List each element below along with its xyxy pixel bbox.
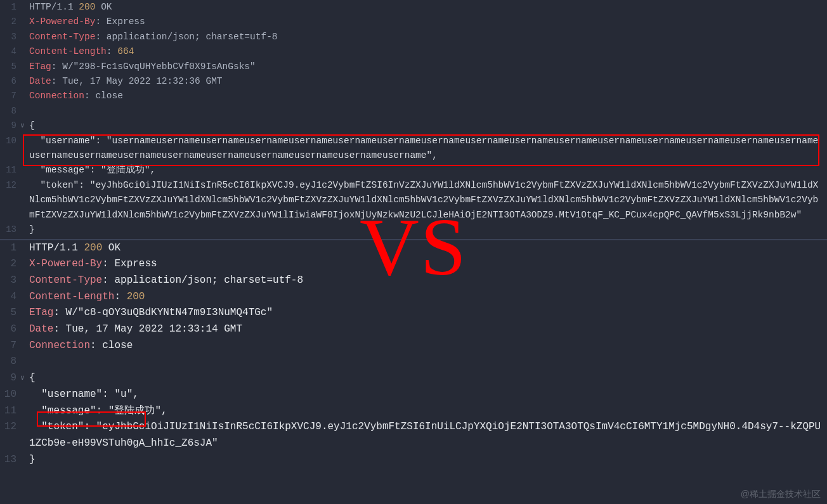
code-content: ETag: W/"c8-qOY3uQBdKYNtN47m9I3NuMQ4TGc" (29, 305, 827, 321)
fold-chevron-icon[interactable]: ∨ (20, 370, 29, 387)
code-line: 12 "token": "eyJhbGciOiJIUzI1NiIsInR5cCI… (0, 419, 827, 451)
line-number: 10 (0, 387, 20, 403)
line-number: 13 (0, 452, 20, 468)
line-number: 9 (0, 370, 20, 387)
code-content: "message": "登陆成功", (29, 403, 827, 420)
line-number: 3 (0, 30, 20, 44)
code-line: 7Connection: close (0, 338, 827, 354)
code-line: 1HTTP/1.1 200 OK (0, 0, 827, 15)
line-number: 2 (0, 256, 20, 273)
code-line: 5ETag: W/"c8-qOY3uQBdKYNtN47m9I3NuMQ4TGc… (0, 305, 827, 321)
line-number: 8 (0, 354, 20, 370)
code-content: Connection: close (29, 338, 827, 354)
line-number: 13 (0, 223, 20, 237)
line-number: 4 (0, 44, 20, 59)
code-content: Date: Tue, 17 May 2022 12:33:14 GMT (29, 321, 827, 338)
watermark: @稀土掘金技术社区 (741, 489, 821, 500)
code-content: Content-Length: 664 (29, 44, 827, 59)
code-content: Date: Tue, 17 May 2022 12:32:36 GMT (29, 74, 827, 89)
code-line: 7Connection: close (0, 89, 827, 103)
code-line: 8 (0, 354, 827, 370)
code-content: Connection: close (29, 89, 827, 103)
line-number: 4 (0, 289, 20, 306)
code-content: { (29, 119, 827, 133)
code-line: 3Content-Type: application/json; charset… (0, 30, 827, 44)
code-line: 5ETag: W/"298-Fc1sGvqUHYebbCVf0X9IsAnGsk… (0, 60, 827, 74)
line-number: 1 (0, 0, 20, 15)
code-line: 9∨{ (0, 370, 827, 387)
code-content: ETag: W/"298-Fc1sGvqUHYebbCVf0X9IsAnGsks… (29, 60, 827, 74)
line-number: 11 (0, 163, 20, 178)
code-line: 4Content-Length: 664 (0, 44, 827, 59)
line-number: 2 (0, 15, 20, 29)
code-content: HTTP/1.1 200 OK (29, 0, 827, 15)
code-content: "username": "usernameusernameusernameuse… (29, 134, 827, 164)
code-content: "username": "u", (29, 387, 827, 403)
code-content: X-Powered-By: Express (29, 15, 827, 29)
line-number: 10 (0, 134, 20, 148)
line-number: 1 (0, 240, 20, 257)
code-content: "token": "eyJhbGciOiJIUzI1NiIsInR5cCI6Ik… (29, 419, 827, 451)
line-number: 12 (0, 178, 20, 193)
fold-chevron-icon[interactable]: ∨ (20, 119, 29, 133)
line-number: 9 (0, 119, 20, 133)
code-line: 11 "message": "登陆成功", (0, 163, 827, 178)
line-number: 5 (0, 305, 20, 321)
line-number: 6 (0, 321, 20, 338)
code-line: 6Date: Tue, 17 May 2022 12:32:36 GMT (0, 74, 827, 89)
code-line: 8 (0, 104, 827, 119)
line-number: 12 (0, 419, 20, 436)
code-content: "message": "登陆成功", (29, 163, 827, 178)
code-content: Content-Type: application/json; charset=… (29, 30, 827, 44)
code-content: { (29, 370, 827, 387)
line-number: 7 (0, 338, 20, 354)
line-number: 3 (0, 273, 20, 289)
code-line: 9∨{ (0, 119, 827, 133)
code-content: } (29, 452, 827, 468)
line-number: 8 (0, 104, 20, 119)
code-line: 6Date: Tue, 17 May 2022 12:33:14 GMT (0, 321, 827, 338)
code-line: 2X-Powered-By: Express (0, 15, 827, 29)
vs-label: VS (360, 199, 467, 294)
code-line: 13} (0, 452, 827, 468)
code-line: 11 "message": "登陆成功", (0, 403, 827, 420)
line-number: 6 (0, 74, 20, 89)
line-number: 5 (0, 60, 20, 74)
code-line: 10 "username": "usernameusernameusername… (0, 134, 827, 164)
line-number: 7 (0, 89, 20, 103)
code-line: 10 "username": "u", (0, 387, 827, 403)
line-number: 11 (0, 403, 20, 420)
